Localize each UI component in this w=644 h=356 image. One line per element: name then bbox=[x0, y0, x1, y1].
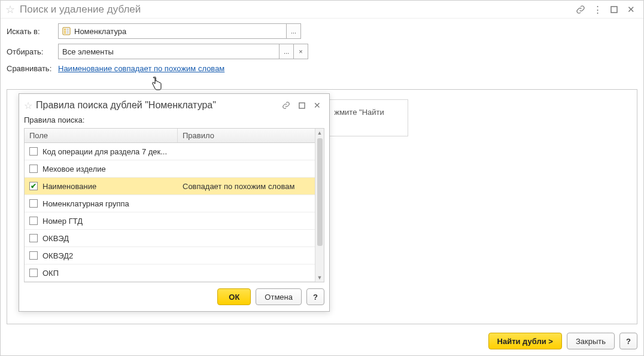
dialog-title: Правила поиска дублей "Номенклатура" bbox=[36, 100, 216, 111]
scroll-thumb[interactable] bbox=[317, 138, 323, 246]
label-search-in: Искать в: bbox=[7, 27, 58, 36]
svg-rect-4 bbox=[64, 32, 66, 34]
row-search-in: Искать в: Номенклатура ... bbox=[7, 23, 637, 39]
label-compare: Сравнивать: bbox=[7, 64, 58, 73]
dialog-link-icon[interactable] bbox=[279, 99, 293, 111]
main-titlebar: ☆ Поиск и удаление дублей ⋮ ✕ bbox=[1, 1, 643, 19]
row-field-label: ОКВЭД bbox=[42, 234, 69, 243]
svg-rect-6 bbox=[66, 31, 69, 32]
find-duplicates-button[interactable]: Найти дубли > bbox=[488, 333, 562, 349]
favorite-star-icon[interactable]: ☆ bbox=[5, 3, 15, 16]
svg-rect-2 bbox=[64, 29, 66, 30]
dialog-footer: ОК Отмена ? bbox=[19, 282, 329, 311]
search-in-field[interactable]: Номенклатура bbox=[58, 23, 287, 39]
dialog-cancel-button[interactable]: Отмена bbox=[256, 288, 302, 305]
close-icon[interactable]: ✕ bbox=[623, 3, 639, 16]
row-checkbox[interactable] bbox=[29, 217, 38, 225]
grid-header: Поле Правило bbox=[25, 129, 315, 143]
row-rule-label: Совпадает по похожим словам bbox=[178, 182, 315, 191]
filter-clear-button[interactable]: × bbox=[294, 44, 308, 59]
row-field-label: Номенклатурная группа bbox=[42, 199, 129, 208]
grid-row[interactable]: Номенклатурная группа bbox=[25, 195, 315, 212]
maximize-icon[interactable] bbox=[606, 3, 622, 16]
compare-link[interactable]: Наименование совпадает по похожим словам bbox=[58, 64, 224, 73]
filter-value: Все элементы bbox=[62, 47, 114, 56]
dialog-close-icon[interactable]: ✕ bbox=[310, 99, 324, 111]
main-window: ☆ Поиск и удаление дублей ⋮ ✕ Искать в: … bbox=[0, 0, 644, 356]
svg-rect-8 bbox=[299, 102, 304, 108]
svg-rect-0 bbox=[611, 7, 617, 13]
scroll-down-icon[interactable]: ▼ bbox=[316, 273, 324, 282]
row-field-label: ОКП bbox=[42, 269, 59, 278]
filter-picker-button[interactable]: ... bbox=[280, 44, 294, 59]
row-checkbox[interactable] bbox=[29, 165, 38, 173]
label-filter: Отбирать: bbox=[7, 47, 58, 56]
row-field-label: ОКВЭД2 bbox=[42, 251, 73, 260]
rules-grid: Поле Правило Код операции для раздела 7 … bbox=[24, 128, 324, 282]
dialog-help-button[interactable]: ? bbox=[306, 288, 324, 305]
filter-field[interactable]: Все элементы bbox=[58, 44, 280, 59]
scroll-up-icon[interactable]: ▲ bbox=[316, 129, 324, 137]
grid-row[interactable]: Номер ГТД bbox=[25, 212, 315, 230]
grid-row[interactable]: Меховое изделие bbox=[25, 160, 315, 178]
rules-dialog: ☆ Правила поиска дублей "Номенклатура" ✕… bbox=[19, 93, 330, 312]
dialog-favorite-star-icon[interactable]: ☆ bbox=[24, 100, 32, 111]
svg-rect-3 bbox=[64, 31, 66, 32]
grid-row[interactable]: ОКВЭД bbox=[25, 230, 315, 247]
row-field-label: Меховое изделие bbox=[42, 165, 106, 174]
grid-row[interactable]: ОКП bbox=[25, 264, 315, 282]
grid-row[interactable]: Код операции для раздела 7 дек... bbox=[25, 143, 315, 160]
svg-rect-5 bbox=[66, 29, 69, 30]
dialog-maximize-icon[interactable] bbox=[294, 99, 309, 111]
dialog-ok-button[interactable]: ОК bbox=[217, 288, 251, 305]
row-checkbox[interactable] bbox=[29, 147, 38, 156]
more-icon[interactable]: ⋮ bbox=[590, 3, 605, 16]
row-field-label: Код операции для раздела 7 дек... bbox=[42, 147, 167, 156]
row-compare: Сравнивать: Наименование совпадает по по… bbox=[7, 64, 637, 73]
grid-row[interactable]: ✔НаименованиеСовпадает по похожим словам bbox=[25, 178, 315, 195]
dialog-titlebar: ☆ Правила поиска дублей "Номенклатура" ✕ bbox=[19, 94, 329, 114]
grid-body: Код операции для раздела 7 дек...Меховое… bbox=[25, 143, 315, 282]
col-header-field[interactable]: Поле bbox=[25, 129, 178, 142]
row-checkbox[interactable]: ✔ bbox=[29, 182, 38, 190]
footer: Найти дубли > Закрыть ? bbox=[488, 333, 637, 349]
row-checkbox[interactable] bbox=[29, 251, 38, 260]
search-in-value: Номенклатура bbox=[74, 27, 126, 36]
row-checkbox[interactable] bbox=[29, 234, 38, 242]
close-button[interactable]: Закрыть bbox=[567, 333, 615, 349]
row-field-label: Наименование bbox=[42, 182, 96, 191]
help-button[interactable]: ? bbox=[619, 333, 637, 349]
catalog-icon bbox=[62, 27, 71, 35]
grid-scrollbar[interactable]: ▲ ▼ bbox=[315, 129, 324, 282]
row-field-label: Номер ГТД bbox=[42, 217, 83, 226]
form-area: Искать в: Номенклатура ... Отбирать: Все… bbox=[1, 19, 643, 73]
row-checkbox[interactable] bbox=[29, 199, 38, 208]
link-icon[interactable] bbox=[573, 3, 588, 16]
col-header-rule[interactable]: Правило bbox=[178, 129, 315, 142]
grid-row[interactable]: ОКВЭД2 bbox=[25, 247, 315, 264]
row-filter: Отбирать: Все элементы ... × bbox=[7, 44, 637, 59]
svg-rect-7 bbox=[66, 32, 69, 34]
main-window-title: Поиск и удаление дублей bbox=[20, 4, 141, 16]
dialog-subtitle: Правила поиска: bbox=[19, 114, 329, 127]
row-checkbox[interactable] bbox=[29, 269, 38, 277]
search-in-picker-button[interactable]: ... bbox=[287, 23, 301, 39]
